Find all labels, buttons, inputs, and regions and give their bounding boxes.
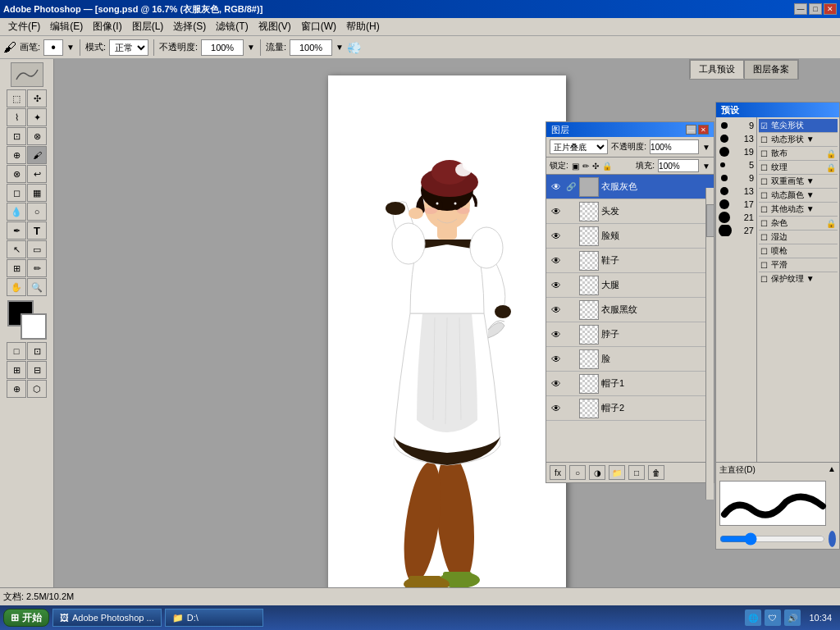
pen-tool[interactable]: ✒ bbox=[7, 221, 26, 240]
gradient-tool[interactable]: ▦ bbox=[27, 184, 47, 202]
blend-mode-select[interactable]: 正常 bbox=[109, 39, 148, 56]
brush-option-protect[interactable]: ☐ 保护纹理 ▼ bbox=[759, 272, 838, 285]
brush-size-row-7[interactable]: 17 bbox=[718, 198, 755, 211]
brush-option-checkbox-5[interactable]: ☐ bbox=[760, 177, 768, 186]
brush-option-checkbox-10[interactable]: ☐ bbox=[760, 247, 768, 256]
lock-position[interactable]: ✣ bbox=[592, 162, 599, 171]
minimize-button[interactable]: — bbox=[794, 3, 807, 15]
layers-opacity-input[interactable] bbox=[650, 139, 699, 154]
fill-arrow[interactable]: ▼ bbox=[702, 162, 710, 171]
layers-close[interactable]: ✕ bbox=[698, 125, 709, 135]
brush-option-checkbox-2[interactable]: ☐ bbox=[760, 135, 768, 144]
blend-mode-dropdown[interactable]: 正片叠底 bbox=[550, 139, 608, 154]
healing-brush[interactable]: ⊕ bbox=[7, 146, 26, 164]
layer-visibility-2[interactable]: 👁 bbox=[550, 230, 563, 243]
layers-scrollbar[interactable] bbox=[705, 188, 714, 500]
opacity-arrow[interactable]: ▼ bbox=[247, 43, 255, 52]
brush-option-dynamics[interactable]: ☐ 动态形状 ▼ bbox=[759, 133, 838, 147]
brush-size-row-2[interactable]: 13 bbox=[718, 132, 755, 145]
lasso-tool[interactable]: ⌇ bbox=[7, 108, 26, 126]
layer-visibility-6[interactable]: 👁 bbox=[550, 328, 563, 341]
layer-visibility-1[interactable]: 👁 bbox=[550, 205, 563, 218]
layer-visibility-4[interactable]: 👁 bbox=[550, 279, 563, 292]
move-tool[interactable]: ✣ bbox=[27, 89, 47, 107]
marquee-tool[interactable]: ⬚ bbox=[7, 89, 26, 107]
flow-arrow[interactable]: ▼ bbox=[336, 43, 344, 52]
menu-item-window[interactable]: 窗口(W) bbox=[296, 18, 341, 35]
shape-tool[interactable]: ▭ bbox=[27, 240, 47, 258]
menu-item-view[interactable]: 视图(V) bbox=[253, 18, 296, 35]
layer-item-5[interactable]: 👁 衣服黑纹 bbox=[546, 298, 714, 322]
brush-option-texture[interactable]: ☐ 纹理 🔒 bbox=[759, 161, 838, 175]
menu-item-file[interactable]: 文件(F) bbox=[3, 18, 45, 35]
taskbar-photoshop[interactable]: 🖼 Adobe Photoshop ... bbox=[52, 609, 162, 627]
layer-item-2[interactable]: 👁 脸颊 bbox=[546, 224, 714, 249]
lock-pixels[interactable]: ✏ bbox=[582, 162, 589, 171]
brush-size-row-9[interactable]: 27 bbox=[718, 224, 755, 237]
path-selection[interactable]: ↖ bbox=[7, 240, 26, 258]
layer-adjustment-button[interactable]: ◑ bbox=[589, 465, 605, 480]
brush-option-checkbox-9[interactable]: ☐ bbox=[760, 233, 768, 242]
brush-option-checkbox-6[interactable]: ☐ bbox=[760, 191, 768, 200]
layer-visibility-9[interactable]: 👁 bbox=[550, 402, 563, 415]
brush-option-noise[interactable]: ☐ 杂色 🔒 bbox=[759, 217, 838, 231]
brush-option-checkbox-4[interactable]: ☐ bbox=[760, 163, 768, 172]
tab-layer-comps[interactable]: 图层备案 bbox=[744, 60, 798, 79]
close-button[interactable]: ✕ bbox=[824, 3, 837, 15]
hand-tool[interactable]: ✋ bbox=[7, 278, 26, 296]
layer-item-0[interactable]: 👁 🔗 衣服灰色 bbox=[546, 175, 714, 199]
stamp-tool[interactable]: ⊗ bbox=[7, 165, 26, 183]
history-brush[interactable]: ↩ bbox=[27, 165, 47, 183]
brush-size-arrow[interactable]: ▼ bbox=[66, 43, 75, 52]
slice-tool[interactable]: ⊗ bbox=[27, 127, 47, 145]
brush-option-scatter[interactable]: ☐ 散布 🔒 bbox=[759, 147, 838, 161]
extra-tool-2[interactable]: ⬡ bbox=[27, 380, 47, 398]
crop-tool[interactable]: ⊡ bbox=[7, 127, 26, 145]
brush-size-row-4[interactable]: 5 bbox=[718, 158, 755, 171]
brush-option-checkbox-7[interactable]: ☐ bbox=[760, 205, 768, 214]
layer-item-4[interactable]: 👁 大腿 bbox=[546, 273, 714, 298]
layer-item-8[interactable]: 👁 帽子1 bbox=[546, 372, 714, 396]
screen-mode-1[interactable]: ⊞ bbox=[7, 361, 26, 379]
magic-wand-tool[interactable]: ✦ bbox=[27, 108, 47, 126]
brush-option-smooth[interactable]: ☐ 平滑 bbox=[759, 258, 838, 272]
screen-mode-2[interactable]: ⊟ bbox=[27, 361, 47, 379]
layer-group-button[interactable]: 📁 bbox=[609, 465, 625, 480]
opacity-input[interactable] bbox=[201, 39, 244, 56]
brush-option-checkbox-3[interactable]: ☐ bbox=[760, 149, 768, 158]
menu-item-filter[interactable]: 滤镜(T) bbox=[211, 18, 253, 35]
scrollbar-thumb[interactable] bbox=[706, 204, 714, 237]
layer-item-6[interactable]: 👁 脖子 bbox=[546, 322, 714, 347]
brush-option-dual[interactable]: ☐ 双重画笔 ▼ bbox=[759, 175, 838, 189]
layer-item-1[interactable]: 👁 头发 bbox=[546, 199, 714, 224]
type-tool[interactable]: T bbox=[27, 221, 47, 240]
background-color[interactable] bbox=[21, 313, 47, 340]
brush-option-color-dyn[interactable]: ☐ 动态颜色 ▼ bbox=[759, 189, 838, 203]
layers-opacity-arrow[interactable]: ▼ bbox=[702, 143, 710, 152]
tab-tool-presets[interactable]: 工具预设 bbox=[690, 60, 744, 79]
brush-option-other[interactable]: ☐ 其他动态 ▼ bbox=[759, 203, 838, 217]
layer-visibility-7[interactable]: 👁 bbox=[550, 353, 563, 366]
brush-option-checkbox-12[interactable]: ☐ bbox=[760, 275, 768, 284]
new-layer-button[interactable]: □ bbox=[628, 465, 645, 480]
zoom-tool[interactable]: 🔍 bbox=[27, 278, 47, 296]
brush-option-checkbox-11[interactable]: ☐ bbox=[760, 261, 768, 270]
brush-size-row-3[interactable]: 19 bbox=[718, 145, 755, 158]
menu-item-help[interactable]: 帮助(H) bbox=[341, 18, 385, 35]
lock-all[interactable]: 🔒 bbox=[602, 162, 612, 171]
diameter-slider[interactable] bbox=[719, 534, 825, 544]
brush-size-row-5[interactable]: 9 bbox=[718, 171, 755, 185]
menu-item-layer[interactable]: 图层(L) bbox=[127, 18, 169, 35]
layer-item-9[interactable]: 👁 帽子2 bbox=[546, 396, 714, 421]
layer-item-7[interactable]: 👁 脸 bbox=[546, 347, 714, 372]
brush-option-airbrush[interactable]: ☐ 喷枪 bbox=[759, 244, 838, 258]
eyedropper-tool[interactable]: ✏ bbox=[27, 259, 47, 277]
brush-option-wet[interactable]: ☐ 湿边 bbox=[759, 231, 838, 244]
layers-minimize[interactable]: — bbox=[686, 125, 696, 135]
layer-item-3[interactable]: 👁 鞋子 bbox=[546, 249, 714, 273]
layer-visibility-3[interactable]: 👁 bbox=[550, 254, 563, 267]
layer-visibility-8[interactable]: 👁 bbox=[550, 377, 563, 390]
delete-layer-button[interactable]: 🗑 bbox=[648, 465, 664, 480]
start-button[interactable]: ⊞ 开始 bbox=[3, 609, 49, 627]
brush-size-row-6[interactable]: 13 bbox=[718, 185, 755, 198]
